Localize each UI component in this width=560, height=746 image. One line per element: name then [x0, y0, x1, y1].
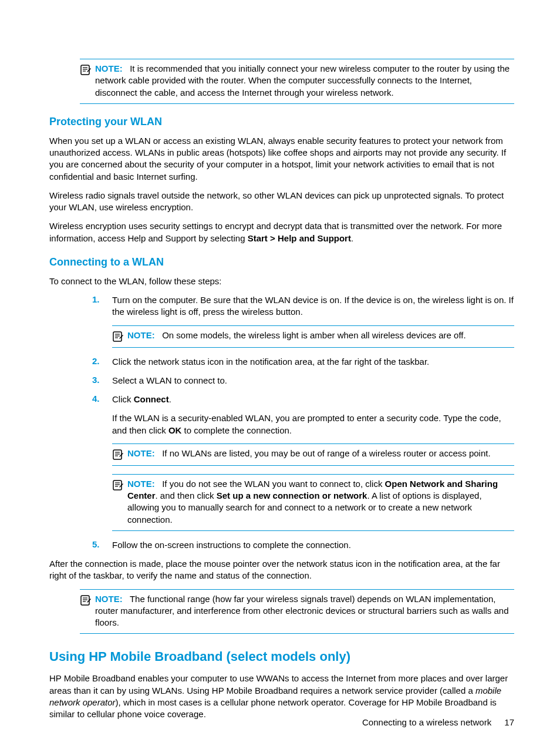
heading-hp-mobile-broadband: Using HP Mobile Broadband (select models… — [49, 649, 514, 664]
note-box: NOTE: On some models, the wireless light… — [112, 325, 514, 348]
note-label: NOTE: — [127, 330, 155, 340]
note-icon — [80, 593, 95, 606]
note-box: NOTE: If no WLANs are listed, you may be… — [112, 443, 514, 466]
step-4: 4. Click Connect. — [92, 394, 514, 405]
step-5: 5. Follow the on-screen instructions to … — [92, 539, 514, 551]
note-box: NOTE: The functional range (how far your… — [80, 589, 514, 634]
paragraph: To connect to the WLAN, follow these ste… — [49, 275, 514, 287]
note-text: It is recommended that you initially con… — [95, 63, 510, 98]
note-text: On some models, the wireless light is am… — [162, 330, 465, 340]
note-label: NOTE: — [95, 594, 123, 604]
svg-rect-8 — [113, 450, 122, 459]
note-box: NOTE: If you do not see the WLAN you wan… — [112, 474, 514, 531]
text: . and then click — [156, 490, 217, 500]
note-label: NOTE: — [127, 448, 155, 458]
text: HP Mobile Broadband enables your compute… — [49, 673, 508, 695]
step-1: 1. Turn on the computer. Be sure that th… — [92, 294, 514, 318]
note-label: NOTE: — [95, 63, 123, 73]
text: ), which in most cases is a cellular pho… — [49, 697, 497, 719]
svg-rect-4 — [113, 332, 122, 341]
step-number: 4. — [92, 394, 112, 405]
note-text: The functional range (how far your wirel… — [95, 594, 509, 628]
step-number: 3. — [92, 375, 112, 387]
note-content: NOTE: If no WLANs are listed, you may be… — [127, 448, 514, 459]
note-content: NOTE: The functional range (how far your… — [95, 593, 514, 629]
footer-section: Connecting to a wireless network — [362, 717, 491, 727]
text: If you do not see the WLAN you want to c… — [162, 479, 384, 489]
step-2: 2. Click the network status icon in the … — [92, 356, 514, 368]
paragraph: Wireless radio signals travel outside th… — [49, 190, 514, 214]
text: to complete the connection. — [181, 425, 292, 435]
paragraph: HP Mobile Broadband enables your compute… — [49, 673, 514, 720]
svg-rect-16 — [81, 596, 89, 605]
paragraph: Wireless encryption uses security settin… — [49, 220, 514, 244]
text: . — [351, 233, 353, 243]
note-icon — [112, 448, 127, 461]
step-number: 1. — [92, 294, 112, 318]
text: Click — [112, 394, 134, 404]
step-3: 3. Select a WLAN to connect to. — [92, 375, 514, 387]
step-text: Click the network status icon in the not… — [112, 356, 514, 368]
steps-list: 1. Turn on the computer. Be sure that th… — [92, 294, 514, 405]
page-footer: Connecting to a wireless network 17 — [362, 717, 514, 727]
note-content: NOTE: On some models, the wireless light… — [127, 330, 514, 341]
step-text: Select a WLAN to connect to. — [112, 375, 514, 387]
heading-protecting-wlan: Protecting your WLAN — [49, 116, 514, 128]
step-text: Follow the on-screen instructions to com… — [112, 539, 514, 551]
menu-path: Start > Help and Support — [248, 233, 351, 243]
steps-list: NOTE: If no WLANs are listed, you may be… — [92, 443, 514, 551]
svg-rect-12 — [113, 480, 122, 490]
step-number: 2. — [92, 356, 112, 368]
note-icon — [80, 63, 95, 76]
note-icon — [112, 330, 127, 342]
svg-rect-0 — [81, 65, 89, 75]
button-name: OK — [168, 425, 182, 435]
page-number: 17 — [504, 717, 514, 727]
text: . — [169, 394, 171, 404]
note-box: NOTE: It is recommended that you initial… — [80, 59, 514, 104]
step-number: 5. — [92, 539, 112, 551]
note-icon — [112, 478, 127, 491]
link-name: Set up a new connection or network — [217, 490, 367, 500]
step-extra-text: If the WLAN is a security-enabled WLAN, … — [112, 412, 514, 436]
paragraph: When you set up a WLAN or access an exis… — [49, 135, 514, 183]
step-text: Turn on the computer. Be sure that the W… — [112, 294, 514, 318]
document-page: NOTE: It is recommended that you initial… — [0, 0, 560, 746]
step-text: Click Connect. — [112, 394, 514, 405]
paragraph: After the connection is made, place the … — [49, 558, 514, 582]
note-text: If no WLANs are listed, you may be out o… — [162, 448, 490, 458]
note-label: NOTE: — [127, 479, 155, 489]
button-name: Connect — [134, 394, 169, 404]
note-content: NOTE: It is recommended that you initial… — [95, 63, 514, 99]
note-content: NOTE: If you do not see the WLAN you wan… — [127, 478, 514, 526]
heading-connecting-wlan: Connecting to a WLAN — [49, 256, 514, 268]
